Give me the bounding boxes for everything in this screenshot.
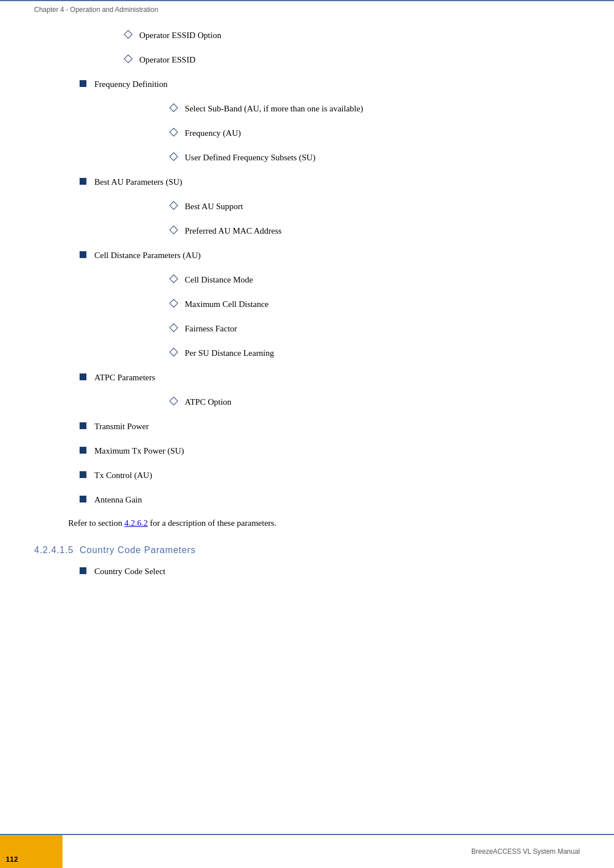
list-item-level1: Maximum Tx Power (SU) xyxy=(80,445,580,457)
item-label: Maximum Tx Power (SU) xyxy=(94,445,184,457)
item-label: Transmit Power xyxy=(94,421,149,433)
item-label: Operator ESSID Option xyxy=(139,30,221,41)
diamond-bullet-icon xyxy=(169,128,179,137)
diamond-bullet-icon xyxy=(169,103,179,113)
list-item: Operator ESSID Option xyxy=(125,30,580,41)
item-label: ATPC Option xyxy=(185,396,231,408)
square-bullet-icon xyxy=(80,422,86,429)
list-item: Operator ESSID xyxy=(125,54,580,66)
diamond-bullet-icon xyxy=(124,30,133,39)
item-label: Operator ESSID xyxy=(139,54,196,66)
item-label: Select Sub-Band (AU, if more than one is… xyxy=(185,103,363,115)
item-label: Cell Distance Mode xyxy=(185,274,253,286)
list-item-level1: Transmit Power xyxy=(80,421,580,433)
footer-right: BreezeACCESS VL System Manual xyxy=(63,835,614,868)
item-label: Preferred AU MAC Address xyxy=(185,225,281,237)
per-su-distance-label: Per SU Distance Learning xyxy=(185,347,274,359)
diamond-bullet-icon xyxy=(169,275,179,284)
diamond-bullet-icon xyxy=(169,201,179,210)
list-item: Select Sub-Band (AU, if more than one is… xyxy=(171,103,580,115)
page-container: Chapter 4 - Operation and Administration… xyxy=(0,0,614,868)
section-heading-container: 4.2.4.1.5 Country Code Parameters xyxy=(34,545,580,555)
list-item: Maximum Cell Distance xyxy=(171,298,580,310)
list-item: Cell Distance Mode xyxy=(171,274,580,286)
fairness-factor-label: Fairness Factor xyxy=(185,323,237,335)
square-bullet-icon xyxy=(80,80,86,87)
square-bullet-icon xyxy=(80,567,86,574)
square-bullet-icon xyxy=(80,178,86,185)
atpc-children: ATPC Option xyxy=(125,396,580,408)
diamond-bullet-icon xyxy=(169,226,179,235)
diamond-bullet-icon xyxy=(169,397,179,406)
refer-before: Refer to section xyxy=(68,518,125,528)
tx-control-group: Tx Control (AU) xyxy=(80,470,580,481)
refer-link[interactable]: 4.2.6.2 xyxy=(125,518,148,528)
top-level2-list: Operator ESSID Option Operator ESSID xyxy=(80,30,580,66)
list-item-level1: ATPC Parameters xyxy=(80,372,580,384)
section-heading: 4.2.4.1.5 Country Code Parameters xyxy=(34,545,580,555)
refer-section-text: Refer to section 4.2.6.2 for a descripti… xyxy=(68,518,580,528)
list-item: ATPC Option xyxy=(171,396,580,408)
item-label: ATPC Parameters xyxy=(94,372,155,384)
country-code-group: Country Code Select xyxy=(80,566,580,578)
item-label: Tx Control (AU) xyxy=(94,470,152,481)
cell-distance-children: Cell Distance Mode Maximum Cell Distance… xyxy=(125,274,580,359)
list-item: Fairness Factor xyxy=(171,323,580,335)
list-item: Frequency (AU) xyxy=(171,127,580,139)
list-item-level1: Antenna Gain xyxy=(80,494,580,506)
diamond-bullet-icon xyxy=(169,323,179,333)
page-footer: 112 BreezeACCESS VL System Manual xyxy=(0,834,614,868)
section-title: Country Code Parameters xyxy=(80,545,196,555)
page-header: Chapter 4 - Operation and Administration xyxy=(0,0,614,18)
list-item-level1: Tx Control (AU) xyxy=(80,470,580,481)
transmit-power-group: Transmit Power xyxy=(80,421,580,433)
best-au-group: Best AU Parameters (SU) Best AU Support … xyxy=(80,176,580,237)
item-label: Antenna Gain xyxy=(94,494,142,506)
square-bullet-icon xyxy=(80,373,86,380)
cell-distance-group: Cell Distance Parameters (AU) Cell Dista… xyxy=(80,250,580,359)
list-item-level1: Frequency Definition xyxy=(80,78,580,90)
section-number: 4.2.4.1.5 xyxy=(34,545,73,555)
item-label: Country Code Select xyxy=(94,566,165,578)
frequency-definition-children: Select Sub-Band (AU, if more than one is… xyxy=(125,103,580,164)
footer-accent: 112 xyxy=(0,835,63,868)
list-item: Per SU Distance Learning xyxy=(171,347,580,359)
list-item-level1: Country Code Select xyxy=(80,566,580,578)
frequency-definition-group: Frequency Definition Select Sub-Band (AU… xyxy=(80,78,580,164)
item-label: Best AU Parameters (SU) xyxy=(94,176,182,188)
max-tx-power-group: Maximum Tx Power (SU) xyxy=(80,445,580,457)
antenna-gain-group: Antenna Gain xyxy=(80,494,580,506)
list-item-level1: Best AU Parameters (SU) xyxy=(80,176,580,188)
item-label: Frequency Definition xyxy=(94,78,168,90)
list-item: User Defined Frequency Subsets (SU) xyxy=(171,152,580,164)
list-item: Preferred AU MAC Address xyxy=(171,225,580,237)
square-bullet-icon xyxy=(80,496,86,502)
chapter-title: Chapter 4 - Operation and Administration xyxy=(34,6,158,14)
atpc-group: ATPC Parameters ATPC Option xyxy=(80,372,580,408)
diamond-bullet-icon xyxy=(169,348,179,357)
footer-manual-title: BreezeACCESS VL System Manual xyxy=(471,848,580,855)
main-content: Operator ESSID Option Operator ESSID Fre… xyxy=(0,18,614,624)
item-label: Cell Distance Parameters (AU) xyxy=(94,250,201,261)
refer-after: for a description of these parameters. xyxy=(148,518,276,528)
item-label: Frequency (AU) xyxy=(185,127,241,139)
diamond-bullet-icon xyxy=(124,55,133,64)
list-item: Best AU Support xyxy=(171,201,580,213)
square-bullet-icon xyxy=(80,471,86,478)
item-label: User Defined Frequency Subsets (SU) xyxy=(185,152,316,164)
square-bullet-icon xyxy=(80,447,86,454)
square-bullet-icon xyxy=(80,251,86,258)
diamond-bullet-icon xyxy=(169,299,179,308)
list-item-level1: Cell Distance Parameters (AU) xyxy=(80,250,580,261)
item-label: Maximum Cell Distance xyxy=(185,298,268,310)
diamond-bullet-icon xyxy=(169,152,179,161)
item-label: Best AU Support xyxy=(185,201,243,213)
page-number: 112 xyxy=(6,855,18,863)
best-au-children: Best AU Support Preferred AU MAC Address xyxy=(125,201,580,237)
